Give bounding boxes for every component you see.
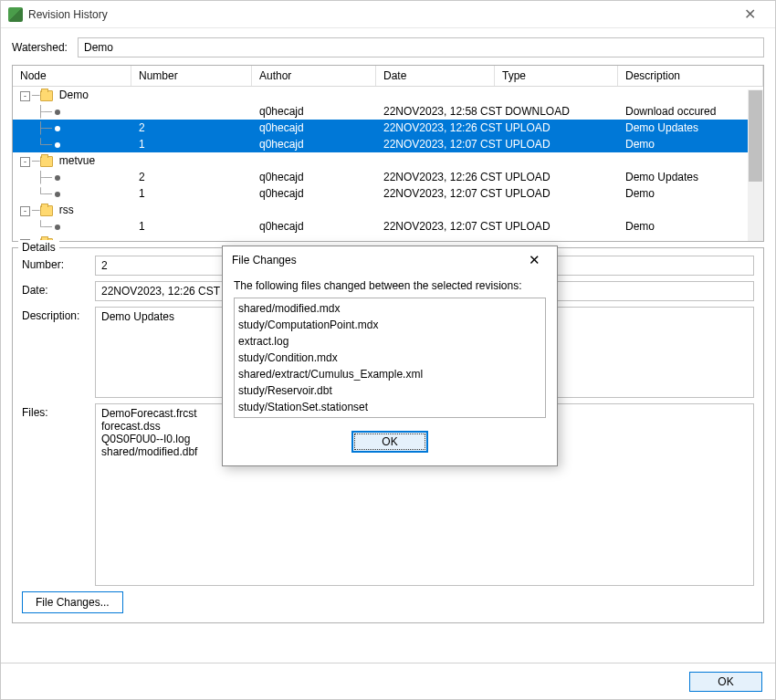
table-row[interactable]: └─ 1q0hecajd22NOV2023, 12:07 CST UPLOADD…: [13, 136, 763, 152]
bullet-icon: [55, 126, 60, 131]
dialog-title: File Changes: [232, 254, 520, 266]
date-label: Date:: [22, 281, 95, 297]
list-item[interactable]: shared/extract/Cumulus_Example.xml: [238, 366, 541, 382]
watershed-input[interactable]: [78, 37, 764, 57]
folder-icon: [40, 90, 53, 101]
header-author[interactable]: Author: [252, 66, 376, 86]
folder-icon: [40, 238, 53, 240]
tree-toggle-icon[interactable]: -: [20, 157, 30, 167]
folder-label: metvue: [57, 154, 96, 167]
titlebar[interactable]: Revision History ✕: [1, 1, 775, 28]
header-number[interactable]: Number: [131, 66, 252, 86]
list-item[interactable]: extract.log: [238, 333, 541, 350]
table-row[interactable]: ├─ q0hecajd22NOV2023, 12:58 CST DOWNLOAD…: [13, 103, 763, 120]
tree-toggle-icon[interactable]: -: [20, 206, 30, 216]
revision-history-window: Revision History ✕ Watershed: Node Numbe…: [0, 0, 776, 700]
list-item[interactable]: study/ComputationPoint.mdx: [238, 317, 541, 333]
tree-toggle-icon[interactable]: -: [20, 239, 30, 240]
details-legend: Details: [18, 241, 59, 254]
tree-node-cell: -─ ras: [13, 235, 131, 240]
table-row[interactable]: -─ rss: [13, 202, 763, 218]
dialog-close-icon[interactable]: ✕: [520, 247, 548, 273]
close-icon[interactable]: ✕: [731, 2, 768, 27]
bullet-icon: [55, 225, 60, 230]
tree-node-cell: ├─: [13, 170, 131, 184]
bullet-icon: [55, 110, 60, 115]
folder-label: Demo: [57, 89, 89, 101]
tree-node-cell: -─ Demo: [13, 88, 131, 102]
folder-label: rss: [57, 204, 74, 216]
header-description[interactable]: Description: [618, 66, 763, 86]
watershed-label: Watershed:: [12, 41, 78, 54]
number-label: Number:: [22, 256, 95, 271]
bullet-icon: [55, 192, 60, 197]
header-date[interactable]: Date: [376, 66, 495, 86]
ok-button[interactable]: OK: [689, 672, 762, 692]
scrollbar-thumb[interactable]: [749, 90, 762, 182]
table-row[interactable]: └─ 1q0hecajd22NOV2023, 12:07 CST UPLOADD…: [13, 218, 763, 235]
bullet-icon: [55, 142, 60, 148]
dialog-ok-button[interactable]: OK: [351, 431, 428, 453]
table-row[interactable]: └─ 1q0hecajd22NOV2023, 12:07 CST UPLOADD…: [13, 185, 763, 202]
file-changes-button[interactable]: File Changes...: [22, 591, 123, 613]
dialog-file-list[interactable]: shared/modified.mdxstudy/ComputationPoin…: [234, 298, 546, 418]
revision-tree[interactable]: Node Number Author Date Type Description…: [12, 65, 764, 242]
bullet-icon: [55, 175, 60, 181]
dialog-message: The following files changed between the …: [234, 279, 546, 292]
tree-node-cell: -─ metvue: [13, 153, 131, 168]
file-changes-dialog: File Changes ✕ The following files chang…: [222, 246, 558, 466]
description-label: Description:: [22, 307, 95, 322]
header-type[interactable]: Type: [495, 66, 618, 86]
tree-node-cell: └─: [13, 186, 131, 201]
folder-icon: [40, 205, 53, 216]
table-row[interactable]: -─ metvue: [13, 152, 763, 169]
table-row[interactable]: -─ ras: [13, 235, 763, 240]
list-item[interactable]: study/Condition.mdx: [238, 350, 541, 366]
tree-node-cell: -─ rss: [13, 203, 131, 217]
list-item[interactable]: DemoForecast.frcst: [238, 415, 541, 418]
table-row[interactable]: ├─ 2q0hecajd22NOV2023, 12:26 CST UPLOADD…: [13, 169, 763, 185]
folder-label: ras: [57, 236, 75, 240]
list-item[interactable]: study/StationSet.stationset: [238, 399, 541, 415]
tree-toggle-icon[interactable]: -: [20, 91, 30, 101]
window-title: Revision History: [28, 8, 731, 21]
tree-node-cell: └─: [13, 219, 131, 234]
tree-node-cell: ├─: [13, 120, 131, 135]
tree-node-cell: ├─: [13, 104, 131, 119]
tree-scrollbar[interactable]: [748, 89, 763, 242]
table-row[interactable]: -─ Demo: [13, 87, 763, 103]
list-item[interactable]: shared/modified.mdx: [238, 300, 541, 317]
header-node[interactable]: Node: [13, 66, 131, 86]
tree-node-cell: └─: [13, 137, 131, 151]
files-label: Files:: [22, 403, 95, 419]
table-row[interactable]: ├─ 2q0hecajd22NOV2023, 12:26 CST UPLOADD…: [13, 120, 763, 136]
list-item[interactable]: study/Reservoir.dbt: [238, 382, 541, 399]
folder-icon: [40, 156, 53, 167]
app-icon: [8, 7, 23, 22]
